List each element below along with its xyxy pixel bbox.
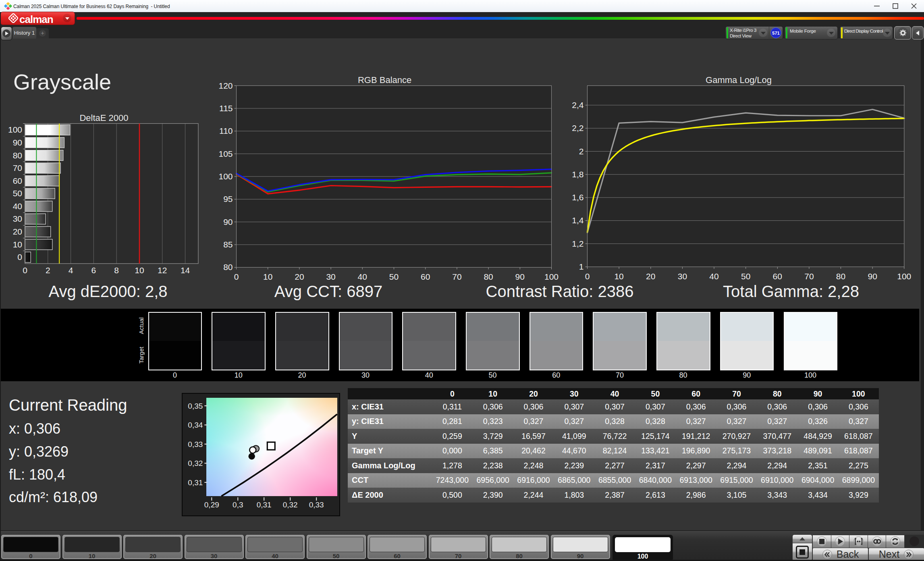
svg-text:50: 50	[13, 189, 22, 198]
svg-text:30: 30	[13, 214, 22, 223]
svg-text:70: 70	[804, 272, 814, 281]
svg-text:4: 4	[69, 266, 73, 275]
svg-text:0,33: 0,33	[309, 501, 324, 509]
svg-text:8: 8	[114, 266, 119, 275]
svg-text:2,2: 2,2	[572, 123, 583, 133]
svg-text:1,8: 1,8	[572, 170, 583, 179]
svg-text:12: 12	[158, 266, 167, 275]
svg-text:115: 115	[219, 104, 233, 113]
svg-text:10: 10	[614, 272, 623, 281]
svg-text:90: 90	[515, 272, 525, 281]
svg-text:80: 80	[223, 262, 233, 272]
svg-text:0,32: 0,32	[188, 459, 203, 468]
svg-text:0,31: 0,31	[257, 501, 272, 509]
svg-text:100: 100	[8, 125, 22, 134]
svg-text:2,4: 2,4	[572, 100, 584, 110]
svg-text:0: 0	[585, 272, 590, 281]
svg-text:90: 90	[868, 272, 877, 281]
svg-text:0,33: 0,33	[188, 440, 203, 449]
svg-text:50: 50	[389, 272, 399, 281]
svg-text:100: 100	[544, 272, 559, 281]
svg-text:40: 40	[358, 272, 367, 281]
svg-text:0,31: 0,31	[188, 478, 203, 487]
svg-text:100: 100	[897, 272, 911, 281]
svg-text:1: 1	[579, 262, 584, 271]
svg-text:110: 110	[219, 126, 233, 135]
svg-text:RGB Balance: RGB Balance	[358, 75, 411, 85]
svg-text:80: 80	[484, 272, 493, 281]
svg-text:6: 6	[91, 266, 96, 275]
svg-text:10: 10	[135, 266, 144, 275]
svg-text:0,34: 0,34	[188, 421, 203, 429]
svg-text:100: 100	[218, 172, 233, 181]
svg-text:1,6: 1,6	[572, 193, 583, 202]
svg-text:60: 60	[421, 272, 430, 281]
svg-text:50: 50	[741, 272, 750, 281]
svg-text:30: 30	[326, 272, 335, 281]
svg-text:14: 14	[181, 266, 190, 275]
svg-text:120: 120	[218, 81, 233, 90]
svg-text:0: 0	[234, 272, 239, 281]
svg-text:0,3: 0,3	[233, 501, 243, 509]
svg-text:70: 70	[452, 272, 461, 281]
svg-text:105: 105	[218, 149, 233, 158]
svg-text:0,29: 0,29	[204, 501, 219, 509]
svg-text:40: 40	[709, 272, 718, 281]
svg-text:0: 0	[17, 252, 22, 262]
svg-text:0: 0	[23, 266, 27, 275]
svg-text:20: 20	[646, 272, 655, 281]
svg-text:10: 10	[263, 272, 272, 281]
svg-text:80: 80	[836, 272, 845, 281]
svg-text:0,35: 0,35	[188, 402, 203, 410]
svg-text:95: 95	[223, 194, 233, 204]
svg-text:1,2: 1,2	[572, 239, 583, 248]
svg-text:20: 20	[13, 227, 22, 236]
svg-text:40: 40	[13, 202, 22, 211]
svg-text:70: 70	[13, 163, 22, 172]
svg-text:10: 10	[13, 240, 22, 249]
svg-text:2: 2	[46, 266, 50, 275]
svg-text:90: 90	[13, 138, 22, 147]
svg-text:1,4: 1,4	[572, 216, 584, 225]
svg-text:2: 2	[579, 147, 584, 156]
svg-text:0,32: 0,32	[283, 501, 298, 509]
svg-text:60: 60	[773, 272, 782, 281]
svg-text:60: 60	[13, 176, 22, 185]
svg-text:90: 90	[223, 217, 233, 226]
svg-text:80: 80	[13, 151, 22, 160]
svg-text:85: 85	[223, 240, 233, 249]
svg-text:DeltaE 2000: DeltaE 2000	[79, 113, 128, 123]
svg-text:Gamma Log/Log: Gamma Log/Log	[706, 75, 772, 85]
svg-text:30: 30	[678, 272, 687, 281]
svg-text:20: 20	[295, 272, 304, 281]
